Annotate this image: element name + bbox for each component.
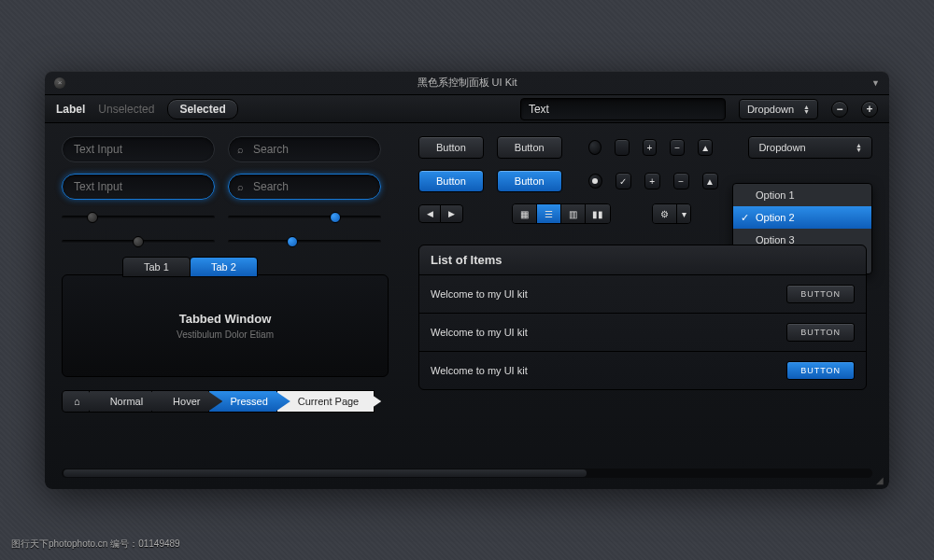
minus-sq-on[interactable]: −: [673, 173, 689, 189]
list-of-items: List of Items Welcome to my UI kit BUTTO…: [418, 245, 867, 390]
horizontal-scrollbar[interactable]: [62, 469, 872, 478]
tabbed-window: Tab 1 Tab 2 Tabbed Window Vestibulum Dol…: [62, 274, 389, 377]
chevron-down-icon[interactable]: ▼: [871, 78, 880, 88]
button-default-2[interactable]: Button: [497, 136, 562, 159]
tabbed-subtitle: Vestibulum Dolor Etiam: [177, 329, 274, 340]
slider-1[interactable]: [62, 211, 215, 224]
resize-handle-icon[interactable]: ◢: [876, 475, 884, 485]
button-blue-2[interactable]: Button: [497, 170, 562, 192]
toolbar-text-input[interactable]: [520, 98, 726, 120]
site-footer: 图行天下photophoto.cn 编号：01149489: [11, 538, 180, 551]
gear-icon: ⚙: [653, 204, 677, 223]
tab-1[interactable]: Tab 1: [122, 257, 191, 277]
checkbox-off[interactable]: [615, 139, 630, 156]
columns-icon[interactable]: ▥: [561, 204, 586, 223]
nav-prev-next: ◀ ▶: [418, 204, 463, 223]
list-item-text: Welcome to my UI kit: [431, 365, 528, 376]
text-input-2-active[interactable]: [62, 174, 215, 200]
dropdown-2[interactable]: Dropdown ▲▼: [748, 136, 872, 159]
next-icon[interactable]: ▶: [441, 204, 463, 223]
button-default-1[interactable]: Button: [418, 136, 484, 159]
dropdown-option[interactable]: Option 2: [733, 206, 871, 229]
slider-2[interactable]: [228, 211, 381, 224]
plus-button[interactable]: +: [861, 101, 878, 118]
updown-icon: ▲▼: [803, 105, 810, 114]
plus-sq-on[interactable]: +: [644, 173, 660, 189]
list-item-button[interactable]: BUTTON: [786, 323, 855, 342]
toolbar-label: Label: [56, 103, 85, 116]
list-icon[interactable]: ☰: [537, 204, 561, 223]
radio-off[interactable]: [588, 140, 601, 155]
toolbar-dropdown[interactable]: Dropdown ▲▼: [739, 99, 818, 119]
toolbar-unselected[interactable]: Unselected: [98, 103, 154, 116]
prev-icon[interactable]: ◀: [418, 204, 441, 223]
gear-dropdown[interactable]: ⚙▾: [652, 203, 691, 224]
search-input-2-active[interactable]: [228, 174, 381, 200]
coverflow-icon[interactable]: ▮▮: [586, 204, 610, 223]
list-item: Welcome to my UI kit BUTTON: [419, 352, 866, 389]
list-item: Welcome to my UI kit BUTTON: [419, 314, 866, 352]
scrollbar-thumb[interactable]: [64, 469, 587, 477]
crumb-home[interactable]: ⌂: [62, 390, 96, 413]
dropdown-2-label: Dropdown: [758, 142, 805, 153]
up-sq-on[interactable]: ▲: [702, 173, 718, 189]
slider-4[interactable]: [228, 235, 381, 248]
list-item-text: Welcome to my UI kit: [431, 288, 528, 300]
list-item-text: Welcome to my UI kit: [431, 327, 528, 338]
chevron-down-icon: ▾: [677, 204, 690, 223]
grid-icon[interactable]: ▦: [513, 204, 537, 223]
list-item: Welcome to my UI kit BUTTON: [419, 275, 866, 314]
view-mode-segment: ▦ ☰ ▥ ▮▮: [512, 203, 611, 224]
text-input-1[interactable]: [62, 136, 215, 162]
slider-3[interactable]: [62, 235, 215, 248]
checkbox-on[interactable]: ✓: [616, 173, 631, 189]
search-icon: ⌕: [237, 144, 244, 155]
plus-sq-off[interactable]: +: [643, 139, 658, 156]
toolbar-selected[interactable]: Selected: [167, 99, 237, 119]
toolbar: Label Unselected Selected Dropdown ▲▼ − …: [45, 95, 889, 123]
list-item-button[interactable]: BUTTON: [786, 361, 855, 380]
toolbar-dropdown-label: Dropdown: [747, 104, 794, 115]
close-icon[interactable]: ×: [54, 77, 65, 89]
up-sq-off[interactable]: ▲: [698, 139, 713, 156]
content-area: ⌕ ⌕ Tab 1: [45, 123, 889, 489]
radio-on[interactable]: [588, 174, 602, 189]
search-icon: ⌕: [237, 181, 244, 192]
ui-kit-panel: × 黑色系控制面板 UI Kit ▼ Label Unselected Sele…: [45, 71, 889, 489]
window-title: 黑色系控制面板 UI Kit: [45, 76, 889, 90]
updown-icon: ▲▼: [856, 143, 862, 152]
button-blue-1[interactable]: Button: [418, 170, 484, 192]
home-icon: ⌂: [74, 396, 80, 407]
crumb-current[interactable]: Current Page: [276, 390, 375, 413]
minus-sq-off[interactable]: −: [670, 139, 685, 156]
tabbed-title: Tabbed Window: [179, 312, 272, 326]
titlebar: × 黑色系控制面板 UI Kit ▼: [45, 71, 889, 95]
minus-button[interactable]: −: [831, 101, 848, 118]
search-input-1[interactable]: [228, 136, 381, 162]
dropdown-option[interactable]: Option 1: [733, 184, 871, 206]
list-header: List of Items: [419, 245, 866, 275]
tab-2[interactable]: Tab 2: [190, 257, 258, 277]
breadcrumb: ⌂ Normal Hover Pressed Current Page: [62, 390, 389, 413]
list-item-button[interactable]: BUTTON: [786, 285, 855, 303]
